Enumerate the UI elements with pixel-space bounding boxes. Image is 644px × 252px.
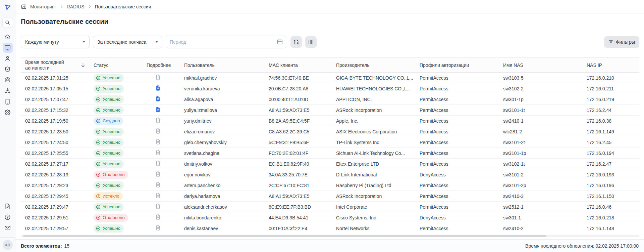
horizontal-scrollbar-thumb[interactable] <box>23 235 546 237</box>
cell-time: 02.02.2025 17:25:55 <box>21 148 94 159</box>
cell-time: 02.02.2025 17:29:23 <box>21 180 94 191</box>
cell-profile: PermitAccess <box>420 180 503 191</box>
details-button[interactable] <box>155 193 161 199</box>
breadcrumb: Мониторинг RADIUS Пользовательские сесси… <box>15 0 644 13</box>
table-row: 02.02.2025 17:28:13Отклоненоegor.novikov… <box>21 169 639 180</box>
cell-time: 02.02.2025 17:29:47 <box>21 202 94 212</box>
x-circle-icon <box>96 172 101 177</box>
cell-nas_ip: 172.16.1.148 <box>587 223 639 234</box>
home-icon <box>4 34 11 41</box>
cell-vendor: ASRock Incorporation <box>336 105 420 116</box>
period-field <box>166 36 287 48</box>
cell-time: 02.02.2025 17:19:50 <box>21 116 94 126</box>
sidebar-item-mail[interactable] <box>3 223 13 233</box>
search-button[interactable] <box>2 17 13 28</box>
columns-button[interactable] <box>305 36 317 48</box>
cell-profile: PermitAccess <box>420 73 503 83</box>
column-header-user[interactable]: Пользователь <box>184 58 269 73</box>
column-header-profile[interactable]: Профили авторизации <box>420 58 503 73</box>
horizontal-scrollbar <box>21 235 639 237</box>
column-header-vendor[interactable]: Производитель <box>336 58 420 73</box>
filters-button[interactable]: Фильтры <box>604 36 639 48</box>
sidebar-item-monitoring[interactable] <box>3 43 13 53</box>
sessions-table-wrap: Время последней активностиСтатусПодробне… <box>15 57 644 239</box>
sidebar-item-access-point[interactable] <box>3 75 13 85</box>
cell-nas_ip: 172.16.2.44 <box>587 105 639 116</box>
cell-mac: C8:A3:62:2C:39:C5 <box>269 126 336 137</box>
table-body: 02.02.2025 17:01:25Успешноmikhail.grache… <box>21 73 639 234</box>
filters-button-label: Фильтры <box>616 39 635 45</box>
details-button[interactable] <box>155 139 161 145</box>
cell-details <box>147 223 184 234</box>
sidebar-item-settings[interactable] <box>3 107 13 117</box>
details-button[interactable] <box>155 203 161 209</box>
details-button[interactable] <box>155 160 161 166</box>
cell-vendor: ASIX Electronics Corporation <box>336 126 420 137</box>
column-header-mac[interactable]: MAC клиента <box>269 58 336 73</box>
cell-details <box>147 169 184 180</box>
status-badge: Истекло <box>94 192 123 200</box>
refresh-button[interactable] <box>290 36 302 48</box>
cell-user: svetlana.chagina <box>184 148 269 159</box>
details-button[interactable] <box>155 96 161 102</box>
breadcrumb-item-monitoring[interactable]: Мониторинг <box>30 4 56 9</box>
cell-time: 02.02.2025 17:28:13 <box>21 169 94 180</box>
breadcrumb-item-radius[interactable]: RADIUS <box>67 4 85 9</box>
cell-status: Успешно <box>94 137 147 148</box>
cell-status: Успешно <box>94 126 147 137</box>
cell-details <box>147 83 184 94</box>
table-row: 02.02.2025 17:07:47Успешноalisa.agapova0… <box>21 94 639 105</box>
details-button[interactable] <box>155 107 161 113</box>
details-button[interactable] <box>155 74 161 80</box>
sidebar-item-topology[interactable] <box>3 86 13 96</box>
app-logo-icon[interactable] <box>3 3 12 11</box>
cell-user: yuliya.izmailova <box>184 105 269 116</box>
total-items: Всего элементов: 15 <box>21 243 69 249</box>
details-button[interactable] <box>155 171 161 177</box>
document-icon <box>155 225 161 231</box>
cell-details <box>147 212 184 223</box>
cell-time: 02.02.2025 17:29:45 <box>21 191 94 202</box>
time-range-select[interactable]: За последние полчаса <box>93 36 162 48</box>
panel-toggle-icon[interactable] <box>21 4 27 10</box>
column-header-time[interactable]: Время последней активности <box>21 58 94 73</box>
document-icon <box>155 107 161 113</box>
column-header-nas_name[interactable]: Имя NAS <box>503 58 587 73</box>
sidebar-item-home[interactable] <box>3 32 13 42</box>
calendar-icon[interactable] <box>277 39 283 45</box>
cell-details <box>147 148 184 159</box>
details-button[interactable] <box>155 225 161 231</box>
access-point-icon <box>4 77 11 84</box>
refresh-interval-select[interactable]: Каждую минуту <box>21 36 90 48</box>
period-input[interactable] <box>170 39 274 45</box>
cell-nas_name: sw2410-2 <box>503 223 587 234</box>
avatar[interactable]: AD <box>3 240 13 250</box>
cell-profile: PermitAccess <box>420 126 503 137</box>
table-row: 02.02.2025 17:29:47Успешноaleksandr.cher… <box>21 202 639 212</box>
status-label: Создано <box>103 118 120 123</box>
sidebar-item-help[interactable] <box>3 212 13 222</box>
last-update-time: Время последнего обновления: 02.02.2025 … <box>525 243 639 249</box>
cell-status: Истекло <box>94 191 147 202</box>
column-header-nas_ip[interactable]: NAS IP <box>587 58 639 73</box>
sidebar-item-users[interactable] <box>3 53 13 64</box>
sidebar-item-security[interactable] <box>3 64 13 74</box>
cell-nas_ip: 172.16.0.219 <box>587 94 639 105</box>
cell-nas_name: sw3101-1p <box>503 148 587 159</box>
cell-vendor: Intel Corporate <box>336 202 420 212</box>
sidebar-item-license[interactable] <box>3 201 13 211</box>
details-button[interactable] <box>155 214 161 220</box>
cell-status: Успешно <box>94 83 147 94</box>
details-button[interactable] <box>155 85 161 91</box>
details-button[interactable] <box>155 150 161 156</box>
details-button[interactable] <box>155 117 161 123</box>
tablet-icon <box>4 98 11 105</box>
sidebar-item-devices[interactable] <box>3 96 13 107</box>
status-label: Успешно <box>103 75 120 80</box>
column-header-status[interactable]: Статус <box>94 58 147 73</box>
cell-nas_ip: 172.16.2.45 <box>587 137 639 148</box>
x-circle-icon <box>96 215 101 220</box>
details-button[interactable] <box>155 128 161 134</box>
details-button[interactable] <box>155 182 161 188</box>
column-header-details[interactable]: Подробнее <box>147 58 184 73</box>
